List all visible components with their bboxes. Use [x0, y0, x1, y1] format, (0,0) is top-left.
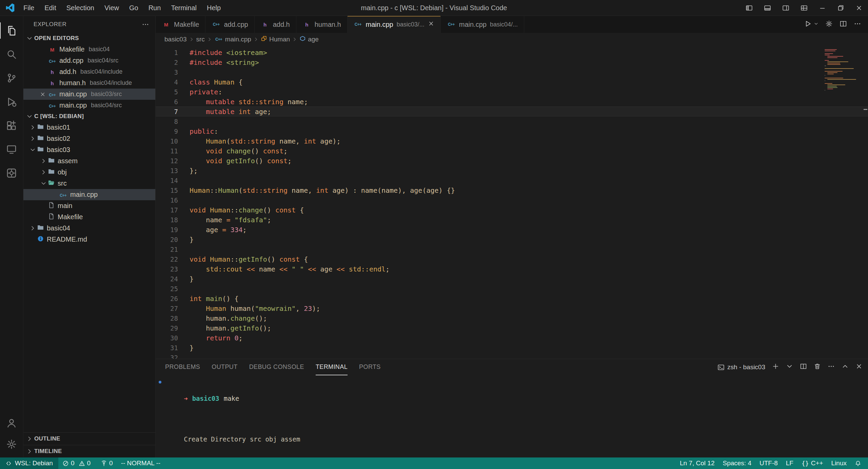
breadcrumb-item-age[interactable]: age [299, 35, 319, 43]
code-line-18[interactable]: 18 name = "fdsafa"; [156, 215, 868, 225]
menu-view[interactable]: View [99, 0, 124, 16]
run-file-button[interactable] [804, 20, 812, 29]
restore-window-button[interactable] [831, 0, 850, 16]
remote-indicator[interactable]: WSL: Debian [0, 457, 58, 469]
close-icon[interactable] [40, 91, 46, 97]
tab-add.cpp[interactable]: C++ add.cpp [205, 16, 254, 33]
menu-file[interactable]: File [18, 0, 39, 16]
breadcrumb-item-src[interactable]: src [196, 36, 205, 43]
accounts-button[interactable] [0, 413, 23, 434]
code-line-7[interactable]: 7 mutable int age; [156, 107, 868, 116]
open-editors-header[interactable]: OPEN EDITORS [23, 33, 155, 44]
problems-indicator[interactable]: 00 [58, 457, 97, 469]
code-line-23[interactable]: 23 std::cout << name << " " << age << st… [156, 264, 868, 274]
activity-search[interactable] [0, 42, 23, 66]
menu-run[interactable]: Run [143, 0, 166, 16]
breadcrumb-item-basic03[interactable]: basic03 [164, 36, 187, 43]
code-line-29[interactable]: 29 human.getInfo(); [156, 323, 868, 333]
tab-human.h[interactable]: h human.h [296, 16, 348, 33]
tree-item-assem[interactable]: assem [23, 155, 155, 167]
split-terminal-button[interactable] [800, 363, 807, 372]
breadcrumb-item-main.cpp[interactable]: C++main.cpp [214, 36, 251, 43]
code-line-9[interactable]: 9 public: [156, 126, 868, 136]
terminal-more-actions-button[interactable] [828, 363, 835, 372]
activity-remote-explorer[interactable] [0, 137, 23, 161]
kill-terminal-button[interactable] [814, 363, 821, 372]
tab-makefile[interactable]: M Makefile [156, 16, 205, 33]
panel-tab-output[interactable]: OUTPUT [212, 359, 237, 375]
manage-button[interactable] [0, 434, 23, 455]
code-line-12[interactable]: 12 void getInfo() const; [156, 156, 868, 166]
code-line-2[interactable]: 2 #include <string> [156, 57, 868, 67]
close-panel-button[interactable] [855, 363, 863, 372]
close-tab-button[interactable] [428, 20, 434, 29]
code-line-17[interactable]: 17 void Human::change() const { [156, 205, 868, 215]
open-editor-item[interactable]: C++ add.cpp basic04/src [23, 55, 155, 66]
code-line-30[interactable]: 30 return 0; [156, 333, 868, 343]
code-line-21[interactable]: 21 [156, 244, 868, 254]
code-line-6[interactable]: 6 mutable std::string name; [156, 97, 868, 107]
menu-go[interactable]: Go [124, 0, 143, 16]
code-line-22[interactable]: 22 void Human::getInfo() const { [156, 254, 868, 264]
open-editor-item[interactable]: h add.h basic04/include [23, 66, 155, 77]
open-editor-item[interactable]: C++ main.cpp basic03/src [23, 89, 155, 100]
maximize-panel-button[interactable] [842, 363, 849, 372]
new-terminal-button[interactable] [772, 363, 779, 372]
terminal-instance[interactable]: zsh - basic03 [717, 363, 765, 371]
tab-add.h[interactable]: h add.h [255, 16, 296, 33]
tab-main.cpp[interactable]: C++ main.cpp basic03/... [348, 16, 441, 33]
tree-item-src[interactable]: src [23, 178, 155, 189]
tree-item-makefile[interactable]: Makefile [23, 211, 155, 223]
toggle-panel-button[interactable] [758, 0, 776, 16]
tree-item-main.cpp[interactable]: C++ main.cpp [23, 189, 155, 200]
code-line-20[interactable]: 20 } [156, 234, 868, 244]
panel-tab-problems[interactable]: PROBLEMS [165, 359, 200, 375]
tree-item-basic01[interactable]: basic01 [23, 122, 155, 133]
code-line-24[interactable]: 24 } [156, 274, 868, 284]
code-line-1[interactable]: 1 #include <iostream> [156, 48, 868, 57]
workspace-header[interactable]: C [WSL: DEBIAN] [23, 111, 155, 122]
code-line-8[interactable]: 8 [156, 116, 868, 126]
activity-makefile-tools[interactable] [0, 161, 23, 185]
tree-item-readme.md[interactable]: README.md [23, 234, 155, 245]
panel-tab-ports[interactable]: PORTS [359, 359, 381, 375]
tree-item-obj[interactable]: obj [23, 167, 155, 178]
tree-item-basic03[interactable]: basic03 [23, 144, 155, 155]
tree-item-main[interactable]: main [23, 200, 155, 211]
close-window-button[interactable] [850, 0, 868, 16]
tree-item-basic04[interactable]: basic04 [23, 223, 155, 234]
toggle-secondary-sidebar-button[interactable] [776, 0, 795, 16]
code-line-10[interactable]: 10 Human(std::string name, int age); [156, 136, 868, 146]
open-editor-item[interactable]: C++ main.cpp basic04/src [23, 100, 155, 111]
code-line-15[interactable]: 15 Human::Human(std::string name, int ag… [156, 185, 868, 195]
code-line-14[interactable]: 14 [156, 175, 868, 185]
toggle-sidebar-button[interactable] [740, 0, 758, 16]
activity-source-control[interactable] [0, 66, 23, 90]
editor-more-actions-button[interactable] [854, 20, 861, 29]
code-line-19[interactable]: 19 age = 334; [156, 225, 868, 234]
code-line-26[interactable]: 26 int main() { [156, 294, 868, 303]
sidebar-section-timeline[interactable]: TIMELINE [23, 445, 155, 457]
minimize-window-button[interactable] [813, 0, 831, 16]
open-editor-item[interactable]: h human.h basic04/include [23, 77, 155, 89]
code-line-11[interactable]: 11 void change() const; [156, 146, 868, 156]
code-line-28[interactable]: 28 human.change(); [156, 313, 868, 323]
code-line-25[interactable]: 25 [156, 284, 868, 294]
menu-help[interactable]: Help [202, 0, 226, 16]
menu-selection[interactable]: Selection [61, 0, 99, 16]
code-line-13[interactable]: 13 }; [156, 166, 868, 175]
customize-layout-button[interactable] [795, 0, 813, 16]
code-line-31[interactable]: 31 } [156, 343, 868, 353]
panel-tab-debug-console[interactable]: DEBUG CONSOLE [249, 359, 304, 375]
code-line-27[interactable]: 27 Human human("meowrain", 23); [156, 303, 868, 313]
menu-edit[interactable]: Edit [39, 0, 61, 16]
activity-extensions[interactable] [0, 114, 23, 137]
tree-item-basic02[interactable]: basic02 [23, 133, 155, 144]
code-line-5[interactable]: 5 private: [156, 87, 868, 97]
kebab-icon[interactable] [142, 21, 149, 28]
code-line-16[interactable]: 16 [156, 195, 868, 205]
editor-settings-button[interactable] [825, 20, 833, 29]
activity-run-debug[interactable] [0, 90, 23, 114]
minimap[interactable] [825, 49, 863, 93]
sidebar-section-outline[interactable]: OUTLINE [23, 432, 155, 445]
